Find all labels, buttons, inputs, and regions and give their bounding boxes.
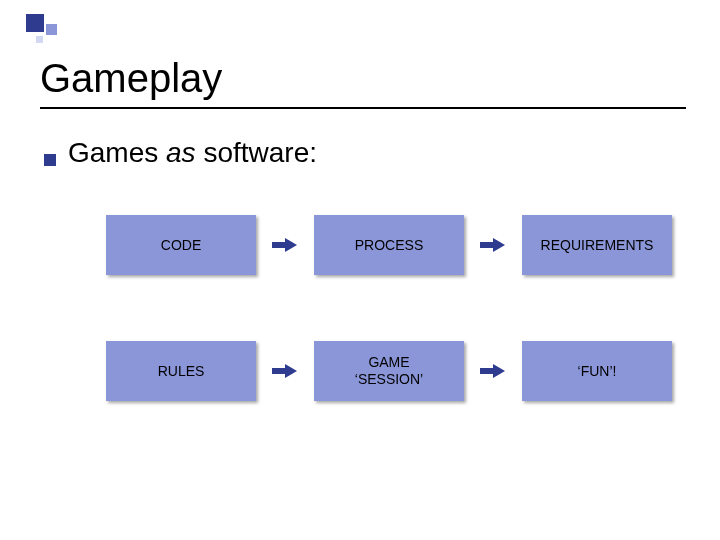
- box-rules: RULES: [106, 341, 256, 401]
- box-fun: ‘FUN’!: [522, 341, 672, 401]
- arrow-icon: [256, 238, 314, 252]
- slide: Gameplay Games as software: CODE PROCESS…: [0, 0, 720, 401]
- bullet-suffix: software:: [196, 137, 317, 168]
- arrow-icon: [256, 364, 314, 378]
- slide-title: Gameplay: [40, 56, 686, 101]
- bullet-icon: [44, 154, 56, 166]
- diagram: CODE PROCESS REQUIREMENTS RULES GAME ‘SE…: [106, 215, 686, 401]
- box-code: CODE: [106, 215, 256, 275]
- bullet-prefix: Games: [68, 137, 166, 168]
- box-game-session: GAME ‘SESSION’: [314, 341, 464, 401]
- arrow-icon: [464, 364, 522, 378]
- diagram-row: RULES GAME ‘SESSION’ ‘FUN’!: [106, 341, 686, 401]
- box-requirements: REQUIREMENTS: [522, 215, 672, 275]
- arrow-icon: [464, 238, 522, 252]
- box-process: PROCESS: [314, 215, 464, 275]
- bullet-italic: as: [166, 137, 196, 168]
- bullet-text: Games as software:: [68, 137, 317, 169]
- diagram-row: CODE PROCESS REQUIREMENTS: [106, 215, 686, 275]
- title-divider: [40, 107, 686, 109]
- bullet-item: Games as software:: [44, 137, 686, 169]
- corner-decoration: [26, 14, 60, 48]
